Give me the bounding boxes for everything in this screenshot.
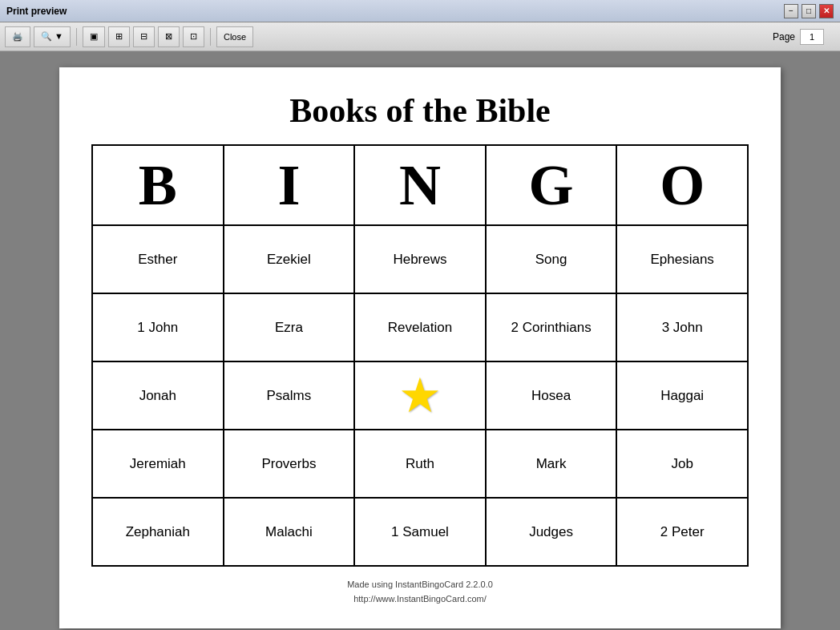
bingo-letter-o: O bbox=[616, 145, 748, 225]
restore-button[interactable]: □ bbox=[802, 4, 816, 18]
footer-line1: Made using InstantBingoCard 2.2.0.0 bbox=[91, 578, 749, 592]
cell-r4c1: Jeremiah bbox=[92, 430, 224, 498]
cell-r4c5: Job bbox=[616, 430, 748, 498]
view-btn-4[interactable]: ⊠ bbox=[158, 26, 180, 47]
table-row: Esther Ezekiel Hebrews Song Ephesians bbox=[92, 225, 748, 293]
cell-r5c4: Judges bbox=[486, 498, 617, 566]
zoom-button[interactable]: 🔍 ▼ bbox=[34, 26, 71, 47]
cell-r3c1: Jonah bbox=[92, 361, 224, 430]
title-bar-text: Print preview bbox=[6, 6, 67, 17]
page-label: Page bbox=[773, 31, 795, 42]
cell-r3c4: Hosea bbox=[486, 361, 617, 430]
free-space-star: ★ bbox=[398, 372, 442, 420]
preview-page: Books of the Bible B I N G O Esther Ezek… bbox=[59, 67, 781, 628]
cell-r2c1: 1 John bbox=[92, 293, 224, 361]
close-preview-button[interactable]: Close bbox=[216, 26, 253, 47]
bingo-header-row: B I N G O bbox=[92, 145, 748, 225]
cell-r5c5: 2 Peter bbox=[616, 498, 748, 566]
cell-r3c5: Haggai bbox=[616, 361, 748, 430]
cell-r2c5: 3 John bbox=[616, 293, 748, 361]
cell-r5c2: Malachi bbox=[224, 498, 355, 566]
title-bar: Print preview − □ ✕ bbox=[0, 0, 840, 22]
minimize-button[interactable]: − bbox=[784, 4, 798, 18]
bingo-letter-i: I bbox=[224, 145, 355, 225]
toolbar-separator-2 bbox=[210, 28, 211, 46]
view-btn-3[interactable]: ⊟ bbox=[133, 26, 155, 47]
main-area: Books of the Bible B I N G O Esther Ezek… bbox=[0, 51, 840, 630]
cell-r2c3: Revelation bbox=[354, 293, 486, 361]
cell-r4c2: Proverbs bbox=[224, 430, 355, 498]
card-title: Books of the Bible bbox=[91, 91, 749, 130]
cell-r2c2: Ezra bbox=[224, 293, 355, 361]
view-btn-5[interactable]: ⊡ bbox=[183, 26, 204, 47]
cell-r5c3: 1 Samuel bbox=[354, 498, 486, 566]
bingo-table: B I N G O Esther Ezekiel Hebrews Song Ep… bbox=[91, 144, 749, 567]
footer-line2: http://www.InstantBingoCard.com/ bbox=[91, 592, 749, 607]
cell-r4c4: Mark bbox=[486, 430, 617, 498]
cell-r1c3: Hebrews bbox=[354, 225, 486, 293]
cell-r2c4: 2 Corinthians bbox=[486, 293, 617, 361]
view-btn-2[interactable]: ⊞ bbox=[108, 26, 130, 47]
table-row: Zephaniah Malachi 1 Samuel Judges 2 Pete… bbox=[92, 498, 748, 566]
toolbar: 🖨️ 🔍 ▼ ▣ ⊞ ⊟ ⊠ ⊡ Close Page bbox=[0, 22, 840, 51]
footer: Made using InstantBingoCard 2.2.0.0 http… bbox=[91, 578, 749, 606]
toolbar-separator-1 bbox=[76, 28, 77, 46]
table-row: 1 John Ezra Revelation 2 Corinthians 3 J… bbox=[92, 293, 748, 361]
print-button[interactable]: 🖨️ bbox=[5, 26, 30, 47]
cell-r1c4: Song bbox=[486, 225, 617, 293]
view-btn-1[interactable]: ▣ bbox=[83, 26, 105, 47]
cell-r1c2: Ezekiel bbox=[224, 225, 355, 293]
table-row: Jonah Psalms ★ Hosea Haggai bbox=[92, 361, 748, 430]
bingo-letter-b: B bbox=[92, 145, 224, 225]
close-window-button[interactable]: ✕ bbox=[819, 4, 834, 18]
cell-r4c3: Ruth bbox=[354, 430, 486, 498]
cell-r1c1: Esther bbox=[92, 225, 224, 293]
bingo-letter-n: N bbox=[354, 145, 486, 225]
cell-r3c3-freespace: ★ bbox=[354, 361, 486, 430]
cell-r3c2: Psalms bbox=[224, 361, 355, 430]
table-row: Jeremiah Proverbs Ruth Mark Job bbox=[92, 430, 748, 498]
cell-r1c5: Ephesians bbox=[616, 225, 748, 293]
bingo-letter-g: G bbox=[486, 145, 617, 225]
page-number-input[interactable] bbox=[800, 29, 824, 45]
title-bar-controls: − □ ✕ bbox=[784, 4, 834, 18]
cell-r5c1: Zephaniah bbox=[92, 498, 224, 566]
